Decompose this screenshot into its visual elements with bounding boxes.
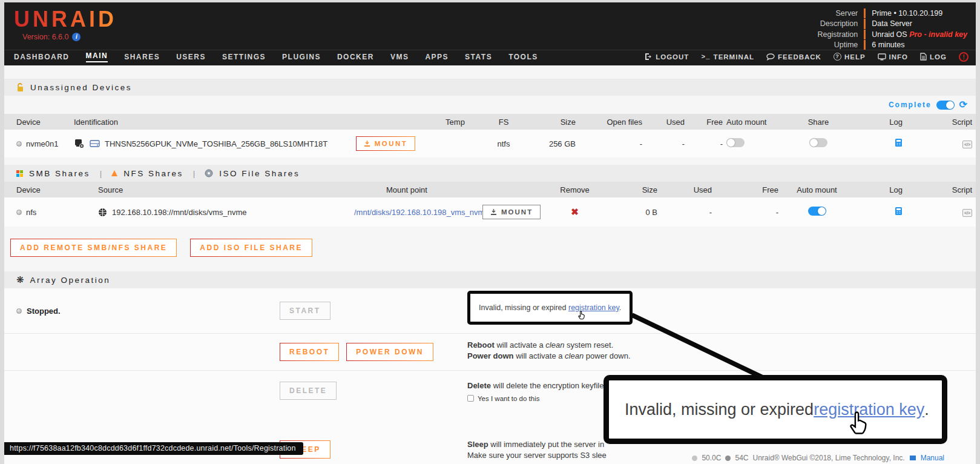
server-value: Prime • 10.10.20.199	[864, 8, 967, 18]
tab-users[interactable]: USERS	[176, 53, 206, 61]
shares-table-header: Device Source Mount point Remove Size Us…	[4, 182, 976, 197]
unraid-page: UNRAID Version: 6.6.0 i Server Prime • 1…	[4, 2, 976, 464]
mount-point-link[interactable]: /mnt/disks/192.168.10.198_vms_nvme	[354, 208, 489, 217]
help-button[interactable]: ? HELP	[834, 53, 866, 61]
size-cell: 0 B	[610, 208, 661, 217]
log-icon[interactable]	[895, 138, 903, 147]
section-title: Array Operation	[30, 276, 111, 285]
delete-confirm-label: Yes I want to do this	[478, 395, 540, 402]
auto-mount-toggle[interactable]	[726, 138, 745, 147]
mount-button-nfs[interactable]: MOUNT	[482, 205, 541, 219]
terminal-button[interactable]: >_ TERMINAL	[701, 53, 754, 61]
footer-copyright: Unraid® WebGui ©2018, Lime Technology, I…	[752, 454, 904, 462]
device-status-dot	[16, 210, 22, 215]
server-info-panel: Server Prime • 10.10.20.199 Description …	[818, 8, 967, 50]
open-files-cell: -	[579, 139, 646, 148]
tab-shares[interactable]: SHARES	[124, 53, 160, 61]
tab-tools[interactable]: TOOLS	[508, 53, 538, 61]
array-status: Stopped.	[4, 288, 280, 333]
power-down-button[interactable]: POWER DOWN	[346, 343, 433, 361]
delete-button[interactable]: DELETE	[280, 382, 337, 400]
version-info-icon[interactable]: i	[72, 33, 81, 41]
tab-vms[interactable]: VMS	[390, 53, 409, 61]
mount-point-cell: /mnt/disks/192.168.10.198_vms_nvme	[331, 208, 482, 217]
unraid-logo: UNRAID	[14, 7, 117, 31]
registration-label: Registration	[818, 30, 858, 39]
log-button[interactable]: LOG	[920, 53, 947, 61]
auto-mount-cell	[782, 207, 852, 217]
share-toggle[interactable]	[809, 138, 827, 147]
version-line: Version: 6.6.0 i	[22, 33, 117, 41]
zoom-connector-line	[619, 305, 770, 384]
add-remote-smb-nfs-share-button[interactable]: ADD REMOTE SMB/NFS SHARE	[10, 239, 177, 257]
script-cell: </>	[906, 207, 976, 217]
start-button[interactable]: START	[280, 302, 331, 320]
info-button[interactable]: INFO	[878, 53, 908, 61]
auto-mount-toggle[interactable]	[808, 207, 826, 216]
tab-nfs-shares[interactable]: NFS Shares	[123, 169, 183, 178]
script-icon[interactable]: </>	[962, 209, 972, 217]
remove-icon[interactable]: ✖	[540, 207, 610, 217]
unlock-icon	[16, 83, 24, 92]
tab-plugins[interactable]: PLUGINS	[282, 53, 321, 61]
delete-confirm-checkbox[interactable]	[467, 395, 474, 402]
complete-toggle[interactable]	[936, 101, 955, 110]
complete-toolbar: Complete ⟳	[4, 96, 976, 114]
device-cell: nvme0n1	[16, 139, 74, 148]
add-disk-icon[interactable]	[74, 138, 85, 149]
temp-dot-2	[725, 456, 731, 461]
feedback-button[interactable]: FEEDBACK	[766, 53, 821, 61]
tab-iso-file-shares[interactable]: ISO File Shares	[219, 169, 300, 178]
registration-key-link[interactable]: registration key	[568, 303, 619, 312]
version-label: Version: 6.6.0	[22, 33, 68, 41]
log-cell	[852, 207, 906, 217]
tab-apps[interactable]: APPS	[425, 53, 449, 61]
tab-stats[interactable]: STATS	[465, 53, 492, 61]
nfs-icon	[111, 170, 117, 176]
mount-button[interactable]: MOUNT	[356, 136, 416, 151]
identification-cell: THNSN5256GPUK_NVMe_TOSHIBA_256GB_86LS10M…	[74, 138, 343, 149]
link-status-bar: https://f75638aa12fb340c8dcdd63d6f1ffd73…	[4, 442, 303, 455]
auto-mount-cell	[726, 138, 785, 149]
script-icon[interactable]: </>	[962, 141, 972, 148]
manual-book-icon	[909, 454, 916, 462]
tab-smb-shares[interactable]: SMB Shares	[29, 169, 90, 178]
used-cell: -	[646, 139, 688, 148]
help-icon: ?	[834, 53, 841, 61]
monitor-icon	[878, 53, 886, 61]
source-cell: 192.168.10.198://mnt/disks/vms_nvme	[98, 208, 331, 217]
mount-cell: MOUNT	[482, 205, 540, 219]
add-iso-file-share-button[interactable]: ADD ISO FILE SHARE	[190, 239, 312, 257]
page-footer: 50.0C 54C Unraid® WebGui ©2018, Lime Tec…	[692, 454, 944, 462]
logout-icon	[645, 53, 653, 61]
refresh-icon[interactable]: ⟳	[959, 101, 967, 109]
log-cell	[852, 138, 906, 149]
log-icon[interactable]	[895, 207, 903, 216]
section-title: Unassigned Devices	[30, 83, 132, 92]
reboot-button[interactable]: REBOOT	[280, 343, 339, 361]
tab-docker[interactable]: DOCKER	[337, 53, 374, 61]
document-icon	[920, 53, 927, 61]
delete-cell: DELETE	[280, 371, 467, 422]
script-cell: </>	[906, 139, 976, 148]
sleep-cell: SLEEP	[280, 422, 467, 464]
tab-settings[interactable]: SETTINGS	[222, 53, 266, 61]
manual-link[interactable]: Manual	[921, 454, 944, 462]
alert-icon[interactable]: !	[959, 52, 968, 62]
tab-main[interactable]: MAIN	[86, 51, 108, 62]
free-cell: -	[715, 208, 782, 217]
logout-button[interactable]: LOGOUT	[645, 53, 689, 61]
iso-disc-icon	[205, 169, 213, 177]
tab-dashboard[interactable]: DASHBOARD	[14, 53, 70, 61]
description-label: Description	[818, 19, 858, 28]
section-remote-shares: SMB Shares | NFS Shares | ISO File Share…	[4, 165, 976, 182]
unassigned-table-header: Device Identification Temp FS Size Open …	[4, 114, 976, 130]
array-status-dot	[16, 308, 22, 314]
invalid-key-text: Pro - invalid key	[909, 30, 967, 39]
device-identification[interactable]: THNSN5256GPUK_NVMe_TOSHIBA_256GB_86LS10M…	[105, 139, 327, 148]
add-share-buttons: ADD REMOTE SMB/NFS SHARE ADD ISO FILE SH…	[10, 239, 976, 257]
unassigned-device-row: nvme0n1 THNSN5256GPUK_NVMe_TOSHIBA_256GB…	[4, 130, 976, 157]
mount-icon	[364, 141, 370, 147]
feedback-icon	[766, 53, 775, 61]
section-array-operation: ❋ Array Operation	[4, 271, 976, 288]
